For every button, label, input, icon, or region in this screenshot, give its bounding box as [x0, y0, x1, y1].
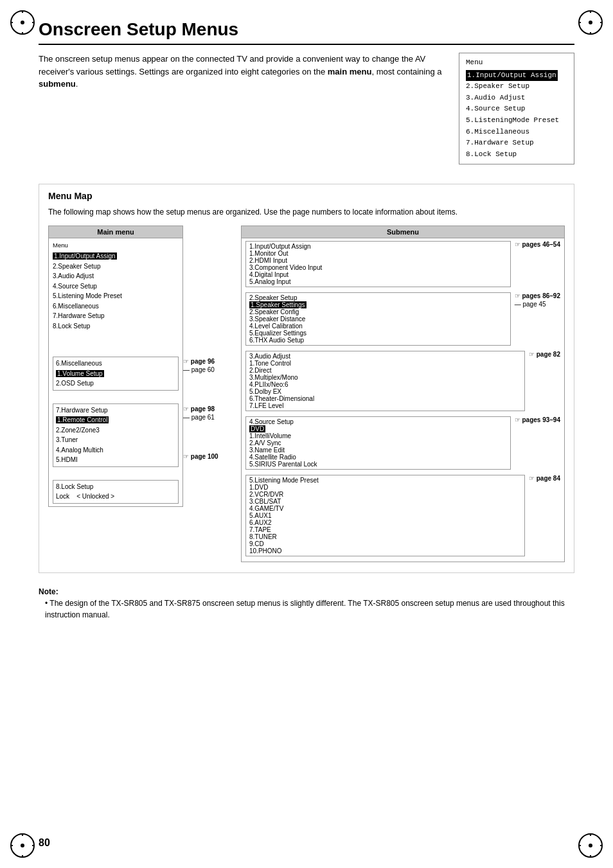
note-title: Note:: [39, 586, 574, 598]
sub-listening-label: 5.Listening Mode Preset: [249, 477, 521, 484]
sub-speaker-page-ref: ☞ pages 86–92: [515, 292, 560, 299]
sub-speaker-item4: 4.Level Calibration: [249, 323, 507, 330]
sub-listening-item7: 7.TAPE: [249, 526, 521, 533]
mm-lock-label: 8.Lock Setup: [56, 482, 175, 492]
note-item-1: The design of the TX-SR805 and TX-SR875 …: [45, 598, 574, 621]
sub-speaker-item2: 2.Speaker Config: [249, 308, 507, 315]
mm-hardware-item3: 3.Tuner: [56, 435, 175, 445]
sub-audio-item2: 2.Direct: [249, 367, 521, 374]
sub-listening-item4: 4.GAME/TV: [249, 505, 521, 512]
sub-io-page-ref: ☞ pages 46–54: [511, 241, 560, 248]
sub-io-assign: 1.Input/Output Assign 1.Monitor Out 2.HD…: [245, 241, 560, 287]
submenu-bold: submenu: [39, 79, 76, 89]
mm-misc-label: 6.Miscellaneous: [56, 359, 175, 369]
sub-source-label: 4.Source Setup: [249, 418, 507, 425]
mm-item-2: 2.Speaker Setup: [53, 261, 179, 272]
page-refs-column: ☞ page 96 — page 60 ☞ page 98 — page 61 …: [183, 226, 241, 562]
intro-paragraph: The onscreen setup menus appear on the c…: [39, 53, 446, 91]
note-list: The design of the TX-SR805 and TX-SR875 …: [39, 598, 574, 621]
sub-speaker: 2.Speaker Setup 1.Speaker Settings 2.Spe…: [245, 292, 560, 346]
page-number: 80: [39, 837, 50, 849]
sub-audio-label: 3.Audio Adjust: [249, 353, 521, 360]
sub-io-box: 1.Input/Output Assign 1.Monitor Out 2.HD…: [245, 241, 511, 287]
mm-hardware-item4: 4.Analog Multich: [56, 445, 175, 456]
svg-point-13: [21, 844, 24, 847]
sub-source-page-ref: ☞ pages 93–94: [511, 416, 560, 423]
spacer1: [183, 238, 241, 358]
sub-io-item2: 2.HDMI Input: [249, 257, 507, 264]
mm-item-4: 4.Source Setup: [53, 281, 179, 292]
intro-menu-item-8: 8.Lock Setup: [466, 149, 567, 161]
page-title: Onscreen Setup Menus: [39, 19, 574, 45]
main-menu-content: Menu 1.Input/Output Assign 2.Speaker Set…: [48, 238, 183, 506]
sub-source-item4: 4.Satellite Radio: [249, 454, 507, 461]
note-section: Note: The design of the TX-SR805 and TX-…: [39, 586, 574, 621]
intro-menu-item-7: 7.Hardware Setup: [466, 137, 567, 149]
corner-decoration-tr: [574, 6, 607, 39]
lock-page-ref: ☞ page 100: [183, 453, 241, 460]
sub-speaker-box: 2.Speaker Setup 1.Speaker Settings 2.Spe…: [245, 292, 511, 346]
mm-misc-item2: 2.OSD Setup: [56, 378, 175, 389]
svg-point-19: [589, 844, 592, 847]
sub-io-item3: 3.Component Video Input: [249, 264, 507, 271]
mm-lock-box: 8.Lock Setup Lock < Unlocked >: [53, 480, 179, 504]
submenu-column: Submenu 1.Input/Output Assign 1.Monitor …: [241, 226, 565, 562]
menu-map-title: Menu Map: [48, 191, 565, 201]
main-menu-header: Main menu: [48, 226, 183, 238]
sub-io-item1: 1.Monitor Out: [249, 250, 507, 257]
sub-listening-item3: 3.CBL/SAT: [249, 498, 521, 505]
menu-map-section: Menu Map The following map shows how the…: [39, 184, 574, 573]
mm-hardware-box: 7.Hardware Setup 1.Remote Control 2.Zone…: [53, 403, 179, 467]
intro-menu-item-3: 3.Audio Adjust: [466, 93, 567, 104]
sub-source-item2: 2.A/V Sync: [249, 439, 507, 447]
mm-hardware-item5: 5.HDMI: [56, 455, 175, 465]
mm-menu-label: Menu: [53, 241, 179, 251]
mm-hardware-item1: 1.Remote Control: [56, 415, 175, 425]
sub-listening-item8: 8.TUNER: [249, 533, 521, 540]
diagram-wrapper: Main menu Menu 1.Input/Output Assign 2.S…: [48, 226, 565, 562]
sub-source-box: 4.Source Setup DVD 1.IntelliVolume 2.A/V…: [245, 416, 511, 470]
sub-listening-item9: 9.CD: [249, 540, 521, 547]
mm-item-7: 7.Hardware Setup: [53, 311, 179, 321]
intro-menu-item-4: 4.Source Setup: [466, 103, 567, 115]
sub-audio-item4: 4.PLIIx/Neo:6: [249, 381, 521, 388]
mm-item-3: 3.Audio Adjust: [53, 271, 179, 281]
sub-source-item5: 5.SIRIUS Parental Lock: [249, 461, 507, 468]
intro-menu-item-1: 1.Input/Output Assign: [466, 70, 567, 82]
mm-item-5: 5.Listening Mode Preset: [53, 291, 179, 301]
sub-listening-item2: 2.VCR/DVR: [249, 491, 521, 498]
sub-audio-item7: 7.LFE Level: [249, 402, 521, 409]
sub-io-item4: 4.Digital Input: [249, 271, 507, 278]
sub-audio-box: 3.Audio Adjust 1.Tone Control 2.Direct 3…: [245, 351, 525, 411]
svg-point-7: [589, 21, 592, 24]
sub-audio: 3.Audio Adjust 1.Tone Control 2.Direct 3…: [245, 351, 560, 411]
main-menu-bold: main menu: [328, 67, 372, 76]
misc-page-ref: ☞ page 96: [183, 358, 241, 365]
intro-menu-item-2: 2.Speaker Setup: [466, 81, 567, 93]
hardware-sub-page-ref: — page 61: [183, 414, 241, 421]
spacer2: [183, 373, 241, 405]
sub-speaker-item5: 5.Equalizer Settings: [249, 330, 507, 337]
misc-sub-page-ref: — page 60: [183, 366, 241, 373]
sub-listening-item6: 6.AUX2: [249, 519, 521, 526]
mm-hardware-label: 7.Hardware Setup: [56, 405, 175, 416]
sub-speaker-item1: 1.Speaker Settings: [249, 301, 507, 308]
sub-source-item1: 1.IntelliVolume: [249, 432, 507, 439]
sub-audio-item3: 3.Multiplex/Mono: [249, 374, 521, 381]
mm-item-1: 1.Input/Output Assign: [53, 251, 179, 261]
sub-listening-page-ref: ☞ page 84: [525, 475, 560, 482]
menu-map-description: The following map shows how the setup me…: [48, 208, 565, 217]
mm-item-6: 6.Miscellaneous: [53, 301, 179, 312]
mm-item-8: 8.Lock Setup: [53, 321, 179, 332]
sub-speaker-refs: ☞ pages 86–92 — page 45: [511, 292, 560, 308]
sub-listening-box: 5.Listening Mode Preset 1.DVD 2.VCR/DVR …: [245, 475, 525, 556]
intro-menu-item-5: 5.ListeningMode Preset: [466, 115, 567, 127]
sub-listening-item1: 1.DVD: [249, 484, 521, 491]
mm-hardware-item2: 2.Zone2/Zone3: [56, 425, 175, 436]
intro-menu-title: Menu: [466, 57, 567, 69]
spacer3: [183, 421, 241, 453]
hardware-page-ref: ☞ page 98: [183, 405, 241, 412]
intro-menu-item-6: 6.Miscellaneous: [466, 127, 567, 138]
mm-misc-item1: 1.Volume Setup: [56, 369, 175, 379]
intro-menu-box: Menu 1.Input/Output Assign 2.Speaker Set…: [459, 53, 574, 164]
